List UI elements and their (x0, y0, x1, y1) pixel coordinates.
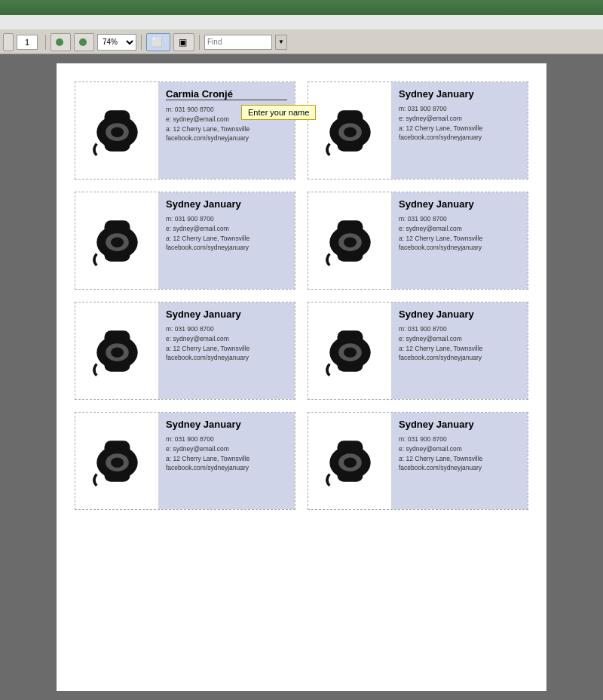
card-name-input[interactable] (166, 88, 287, 100)
card-name-8: Sydney January (399, 419, 520, 430)
scrolling-pages-btn[interactable]: ⬜ (146, 33, 170, 51)
svg-point-14 (111, 237, 124, 247)
card-details-6: m: 031 900 8700e: sydney@email.coma: 12 … (399, 324, 520, 363)
svg-point-19 (344, 237, 357, 247)
card-info-2: Sydney Januarym: 031 900 8700e: sydney@e… (391, 82, 528, 179)
business-card-1: m: 031 900 8700e: sydney@email.coma: 12 … (75, 81, 295, 180)
phone-icon-7 (75, 413, 158, 509)
zoom-out-btn[interactable] (51, 33, 71, 51)
separator-3 (199, 35, 200, 50)
card-grid: m: 031 900 8700e: sydney@email.coma: 12 … (72, 78, 531, 513)
business-card-8: Sydney Januarym: 031 900 8700e: sydney@e… (308, 412, 528, 510)
phone-icon-4 (308, 192, 391, 289)
card-name-7: Sydney January (166, 419, 287, 430)
phone-icon-2 (308, 82, 391, 179)
svg-point-34 (111, 457, 124, 468)
business-card-4: Sydney Januarym: 031 900 8700e: sydney@e… (308, 192, 528, 290)
main-area: m: 031 900 8700e: sydney@email.coma: 12 … (0, 54, 603, 700)
tooltip: Enter your name (241, 105, 316, 120)
menu-bar (0, 15, 603, 30)
zoom-in-btn[interactable] (74, 33, 94, 51)
toolbar: 74% 50% 100% 125% 150% ⬜ ▣ ▼ (0, 30, 603, 54)
svg-point-29 (344, 347, 357, 358)
card-name-3: Sydney January (166, 198, 287, 210)
svg-rect-1 (104, 110, 130, 124)
phone-icon-1 (75, 82, 158, 179)
svg-point-9 (344, 127, 357, 137)
card-details-3: m: 031 900 8700e: sydney@email.coma: 12 … (166, 214, 287, 253)
svg-rect-21 (104, 330, 130, 345)
svg-point-4 (111, 127, 124, 137)
phone-icon-3 (75, 192, 158, 289)
find-dropdown-btn[interactable]: ▼ (275, 35, 287, 50)
card-info-5: Sydney Januarym: 031 900 8700e: sydney@e… (158, 302, 295, 399)
page-number-input[interactable] (17, 35, 38, 50)
svg-rect-16 (337, 220, 363, 235)
scrolling-pages-icon: ⬜ (152, 37, 163, 48)
title-bar (0, 0, 603, 15)
svg-rect-6 (337, 110, 363, 124)
find-input[interactable] (204, 35, 272, 50)
card-name-6: Sydney January (399, 309, 520, 320)
card-info-4: Sydney Januarym: 031 900 8700e: sydney@e… (391, 192, 528, 289)
card-name-2: Sydney January (399, 88, 520, 100)
one-full-page-btn[interactable]: ▣ (173, 33, 194, 51)
svg-point-24 (111, 347, 124, 358)
card-details-8: m: 031 900 8700e: sydney@email.coma: 12 … (399, 434, 520, 473)
card-info-7: Sydney Januarym: 031 900 8700e: sydney@e… (158, 413, 295, 509)
prev-page-btn[interactable] (3, 33, 14, 51)
svg-rect-36 (337, 441, 363, 455)
business-card-2: Sydney Januarym: 031 900 8700e: sydney@e… (308, 81, 528, 180)
card-info-3: Sydney Januarym: 031 900 8700e: sydney@e… (158, 192, 295, 289)
svg-rect-11 (104, 220, 130, 235)
card-details-7: m: 031 900 8700e: sydney@email.coma: 12 … (166, 434, 287, 473)
card-details-4: m: 031 900 8700e: sydney@email.coma: 12 … (399, 214, 520, 253)
phone-icon-6 (308, 302, 391, 399)
zoom-in-icon (79, 38, 87, 46)
separator-1 (45, 35, 46, 50)
business-card-7: Sydney Januarym: 031 900 8700e: sydney@e… (75, 412, 295, 510)
pdf-page: m: 031 900 8700e: sydney@email.coma: 12 … (57, 63, 546, 691)
svg-point-39 (344, 457, 357, 468)
card-name-5: Sydney January (166, 309, 287, 320)
business-card-3: Sydney Januarym: 031 900 8700e: sydney@e… (75, 192, 295, 290)
one-full-page-icon: ▣ (179, 37, 187, 48)
card-info-6: Sydney Januarym: 031 900 8700e: sydney@e… (391, 302, 528, 399)
zoom-out-icon (56, 38, 63, 46)
card-details-5: m: 031 900 8700e: sydney@email.coma: 12 … (166, 324, 287, 363)
card-info-1: m: 031 900 8700e: sydney@email.coma: 12 … (158, 82, 295, 179)
card-details-2: m: 031 900 8700e: sydney@email.coma: 12 … (399, 104, 520, 143)
svg-rect-26 (337, 330, 363, 345)
separator-2 (141, 35, 142, 50)
phone-icon-8 (308, 413, 391, 509)
card-info-8: Sydney Januarym: 031 900 8700e: sydney@e… (391, 413, 528, 509)
business-card-5: Sydney Januarym: 031 900 8700e: sydney@e… (75, 302, 295, 400)
card-name-4: Sydney January (399, 198, 520, 210)
phone-icon-5 (75, 302, 158, 399)
zoom-select[interactable]: 74% 50% 100% 125% 150% (97, 34, 136, 51)
business-card-6: Sydney Januarym: 031 900 8700e: sydney@e… (308, 302, 528, 400)
svg-rect-31 (104, 441, 130, 455)
